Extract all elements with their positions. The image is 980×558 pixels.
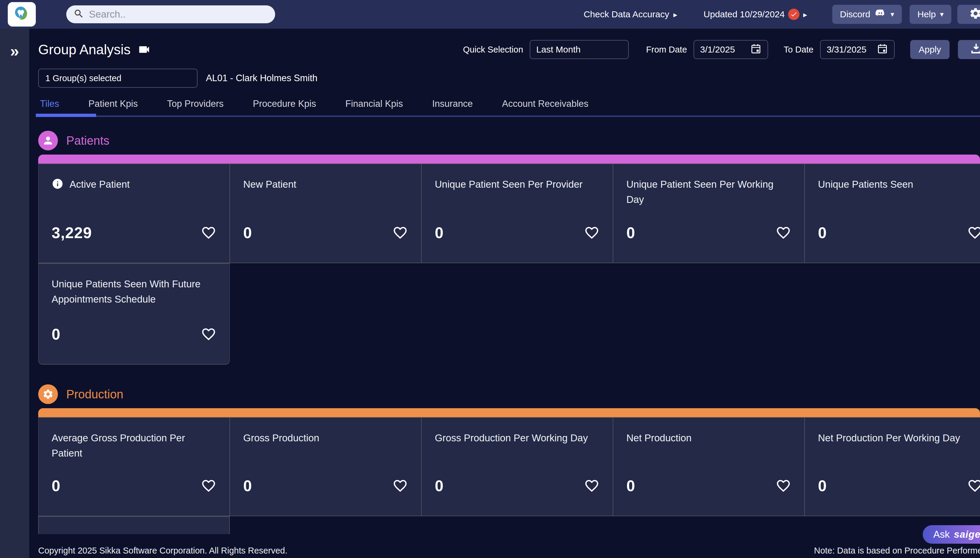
tile-value: 0 (435, 477, 444, 495)
tile-value: 0 (243, 224, 252, 242)
tile-title: Net Production (626, 430, 791, 445)
quick-selection-select[interactable]: Last Month (530, 40, 629, 59)
search-bar (66, 5, 275, 23)
download-icon (970, 42, 980, 57)
app-logo[interactable] (8, 2, 36, 26)
tab-tiles[interactable]: Tiles (38, 98, 61, 117)
production-section-header: Production (38, 384, 980, 404)
collapsed-sidebar: » (0, 29, 29, 558)
kpi-tile-active-patient: Active Patient 3,229 (38, 164, 230, 263)
tile-title: Unique Patients Seen (818, 177, 980, 192)
copyright-text: Copyright 2025 Sikka Software Corporatio… (38, 546, 287, 556)
production-tiles: Average Gross Production Per Patient 0 G… (38, 408, 980, 534)
partial-tile-row (38, 516, 230, 534)
tile-value: 0 (626, 477, 635, 495)
tile-title: Gross Production Per Working Day (435, 430, 599, 445)
patients-tiles: Active Patient 3,229 New Patient 0 (38, 154, 980, 364)
to-date-label: To Date (784, 45, 814, 54)
saige-brand-label: saige (954, 529, 980, 540)
apply-label: Apply (919, 44, 941, 54)
discord-button[interactable]: Discord ▾ (832, 5, 902, 24)
calendar-icon (750, 43, 762, 56)
from-date-input[interactable]: 3/1/2025 (694, 40, 768, 59)
favorite-heart-icon[interactable] (201, 478, 217, 494)
person-icon (38, 131, 58, 150)
kpi-tile-unique-patient-per-working-day: Unique Patient Seen Per Working Day 0 (613, 164, 804, 263)
kpi-tile-new-patient: New Patient 0 (230, 164, 421, 263)
production-tiles-row-1: Average Gross Production Per Patient 0 G… (38, 417, 980, 516)
from-date-value: 3/1/2025 (700, 44, 735, 54)
tile-value: 3,229 (52, 224, 92, 242)
tile-title: Net Production Per Working Day (818, 430, 980, 445)
data-updated-status[interactable]: Updated 10/29/2024 ▸ (704, 9, 807, 20)
chevron-right-icon: ▸ (673, 10, 677, 20)
patients-tiles-row-2: Unique Patients Seen With Future Appoint… (38, 263, 230, 364)
settings-button[interactable] (957, 5, 980, 24)
tab-account-receivables[interactable]: Account Receivables (500, 98, 590, 117)
check-data-accuracy-link[interactable]: Check Data Accuracy ▸ (584, 9, 677, 20)
group-selection-row: 1 Group(s) selected AL01 - Clark Holmes … (38, 69, 980, 88)
page-title-label: Group Analysis (38, 41, 130, 57)
check-data-accuracy-label: Check Data Accuracy (584, 9, 669, 20)
from-date-label: From Date (646, 45, 687, 54)
kpi-tile-net-production: Net Production 0 (613, 417, 804, 516)
kpi-tile-net-production-per-working-day: Net Production Per Working Day 0 (804, 417, 980, 516)
page-title: Group Analysis (38, 41, 151, 57)
apply-button[interactable]: Apply (910, 40, 950, 59)
tile-title: New Patient (243, 177, 408, 192)
tile-value: 0 (818, 224, 827, 242)
search-input[interactable] (89, 9, 272, 20)
tile-title: Unique Patient Seen Per Working Day (626, 177, 791, 207)
topbar: Check Data Accuracy ▸ Updated 10/29/2024… (0, 0, 980, 29)
tile-title: Active Patient (52, 177, 217, 192)
patients-section-title: Patients (66, 134, 110, 148)
chevron-down-icon: ▾ (940, 10, 944, 18)
main-content: Group Analysis Quick Selection Last Mont… (29, 29, 980, 558)
tab-financial-kpis[interactable]: Financial Kpis (343, 98, 405, 117)
favorite-heart-icon[interactable] (584, 225, 599, 241)
expand-sidebar-icon[interactable]: » (4, 43, 25, 59)
tile-title: Unique Patients Seen With Future Appoint… (52, 276, 217, 307)
discord-icon (874, 7, 886, 21)
chevron-down-icon: ▾ (890, 10, 894, 18)
quick-selection-value: Last Month (536, 44, 580, 54)
tile-value: 0 (52, 325, 61, 343)
tile-value: 0 (435, 224, 444, 242)
tile-value: 0 (818, 477, 827, 495)
kpi-tile-gross-production-per-working-day: Gross Production Per Working Day 0 (421, 417, 613, 516)
favorite-heart-icon[interactable] (392, 478, 408, 494)
favorite-heart-icon[interactable] (584, 478, 599, 494)
info-icon[interactable] (52, 178, 64, 190)
tile-title: Gross Production (243, 430, 408, 445)
kpi-tile-unique-patient-per-provider: Unique Patient Seen Per Provider 0 (421, 164, 613, 263)
favorite-heart-icon[interactable] (201, 327, 217, 342)
production-section-title: Production (66, 387, 123, 401)
group-select-value: 1 Group(s) selected (45, 74, 121, 83)
verified-check-icon (788, 9, 799, 20)
favorite-heart-icon[interactable] (201, 225, 217, 241)
tile-title: Average Gross Production Per Patient (52, 430, 217, 461)
tab-top-providers[interactable]: Top Providers (165, 98, 226, 117)
to-date-input[interactable]: 3/31/2025 (820, 40, 895, 59)
tile-value: 0 (243, 477, 252, 495)
chevron-right-icon: ▸ (803, 10, 807, 20)
favorite-heart-icon[interactable] (392, 225, 408, 241)
calendar-icon (877, 43, 888, 56)
tab-procedure-kpis[interactable]: Procedure Kpis (251, 98, 318, 117)
group-select-dropdown[interactable]: 1 Group(s) selected (38, 69, 197, 88)
video-tutorial-icon[interactable] (138, 43, 151, 56)
topbar-right: Check Data Accuracy ▸ Updated 10/29/2024… (584, 5, 980, 24)
tab-insurance[interactable]: Insurance (430, 98, 474, 117)
to-date-value: 3/31/2025 (827, 44, 866, 54)
help-button[interactable]: Help ▾ (909, 5, 951, 24)
favorite-heart-icon[interactable] (776, 225, 791, 241)
favorite-heart-icon[interactable] (967, 225, 980, 241)
favorite-heart-icon[interactable] (967, 478, 980, 494)
download-button[interactable] (958, 40, 980, 59)
ask-saige-button[interactable]: Ask saige (923, 525, 980, 544)
kpi-tile-unique-patients-seen: Unique Patients Seen 0 (804, 164, 980, 263)
kpi-tile-unique-patients-future-appointments: Unique Patients Seen With Future Appoint… (38, 263, 230, 364)
favorite-heart-icon[interactable] (776, 478, 791, 494)
patients-tiles-row-1: Active Patient 3,229 New Patient 0 (38, 164, 980, 263)
ask-label: Ask (934, 529, 950, 540)
